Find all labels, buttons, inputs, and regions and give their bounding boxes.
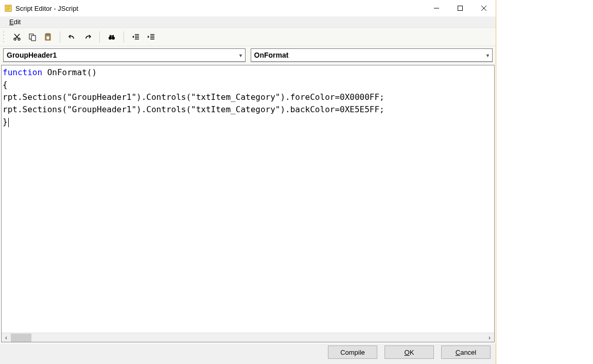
code-editor-text[interactable]: function OnFormat() { rpt.Sections("Grou… <box>2 65 494 333</box>
ok-button[interactable]: OK <box>385 345 434 359</box>
copy-icon <box>28 33 37 41</box>
script-editor-window: Script Editor - JScript Edit <box>0 0 496 364</box>
svg-rect-18 <box>111 36 113 37</box>
indent-icon <box>147 33 155 41</box>
cut-button[interactable] <box>10 30 24 44</box>
event-combo-value: OnFormat <box>254 51 289 59</box>
toolbar <box>0 28 496 46</box>
horizontal-scrollbar[interactable]: ‹ › <box>2 333 494 342</box>
menubar: Edit <box>0 16 496 28</box>
svg-rect-10 <box>31 36 36 41</box>
svg-rect-2 <box>458 6 463 11</box>
compile-button[interactable]: Compile <box>328 345 377 359</box>
code-editor[interactable]: function OnFormat() { rpt.Sections("Grou… <box>1 65 495 342</box>
toolbar-separator <box>60 31 60 43</box>
dropdown-row: GroupHeader1 ▾ OnFormat ▾ <box>0 46 496 65</box>
maximize-button[interactable] <box>448 1 472 16</box>
close-button[interactable] <box>472 1 496 16</box>
code-keyword: function <box>3 67 42 77</box>
indent-button[interactable] <box>145 30 158 44</box>
paste-button[interactable] <box>41 30 55 44</box>
window-title: Script Editor - JScript <box>15 5 78 12</box>
paste-icon <box>44 33 52 41</box>
outdent-button[interactable] <box>129 30 143 44</box>
menu-edit[interactable]: Edit <box>5 17 25 27</box>
scroll-thumb[interactable] <box>11 334 31 342</box>
redo-icon <box>83 33 92 41</box>
scroll-right-button[interactable]: › <box>485 333 494 342</box>
outdent-icon <box>132 33 140 41</box>
scroll-track[interactable] <box>11 333 485 342</box>
svg-rect-17 <box>113 35 114 37</box>
event-combo[interactable]: OnFormat ▾ <box>251 48 493 62</box>
redo-button[interactable] <box>81 30 94 44</box>
chevron-down-icon: ▾ <box>239 53 242 58</box>
scissors-icon <box>13 33 21 41</box>
scroll-left-button[interactable]: ‹ <box>2 333 11 342</box>
svg-rect-12 <box>46 33 49 35</box>
copy-button[interactable] <box>26 30 39 44</box>
section-combo[interactable]: GroupHeader1 ▾ <box>3 48 246 62</box>
binoculars-icon <box>108 33 116 41</box>
toolbar-grip <box>3 31 6 43</box>
svg-rect-13 <box>46 36 49 40</box>
toolbar-separator <box>99 31 100 43</box>
svg-rect-16 <box>110 35 111 37</box>
cancel-button[interactable]: Cancel <box>441 345 491 359</box>
app-icon <box>4 4 12 12</box>
minimize-button[interactable] <box>425 1 448 16</box>
find-button[interactable] <box>105 30 118 44</box>
toolbar-separator <box>124 31 124 43</box>
text-cursor <box>8 118 9 127</box>
section-combo-value: GroupHeader1 <box>7 51 57 59</box>
button-bar: Compile OK Cancel <box>0 343 496 364</box>
undo-button[interactable] <box>65 30 79 44</box>
titlebar: Script Editor - JScript <box>0 0 496 16</box>
chevron-down-icon: ▾ <box>486 53 489 58</box>
undo-icon <box>68 33 76 41</box>
